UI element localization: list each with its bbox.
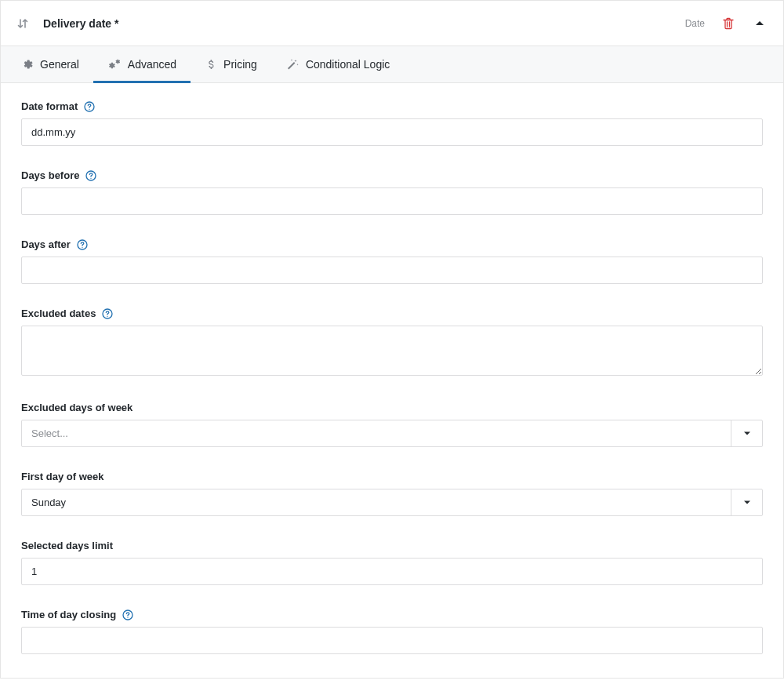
field-excluded-dates: Excluded dates <box>21 307 763 378</box>
field-label: Date format <box>21 100 78 112</box>
sort-arrows-icon[interactable] <box>16 17 29 30</box>
help-icon[interactable] <box>85 170 96 181</box>
tab-bar: General Advanced Pricing <box>1 45 783 83</box>
panel-content: Date format Days before Days after <box>1 83 783 678</box>
field-label: Excluded days of week <box>21 402 132 413</box>
tab-pricing[interactable]: Pricing <box>191 46 271 82</box>
tab-label: Conditional Logic <box>306 58 390 71</box>
field-first-day-of-week: First day of week Sunday <box>21 471 763 516</box>
field-title: Delivery date * <box>43 17 119 30</box>
selected-days-limit-input[interactable] <box>21 558 763 585</box>
chevron-down-icon <box>731 420 762 446</box>
field-time-of-day-closing: Time of day closing <box>21 609 763 654</box>
trash-icon <box>722 17 735 30</box>
tab-general[interactable]: General <box>7 46 93 82</box>
select-placeholder: Select... <box>22 420 731 446</box>
help-icon[interactable] <box>84 101 95 112</box>
tab-label: Pricing <box>223 58 257 71</box>
days-after-input[interactable] <box>21 257 763 284</box>
chevron-down-icon <box>731 489 762 515</box>
field-date-format: Date format <box>21 100 763 146</box>
wand-icon <box>285 58 299 71</box>
days-before-input[interactable] <box>21 187 763 215</box>
panel-header: Delivery date * Date <box>1 0 783 45</box>
tab-label: Advanced <box>128 58 176 71</box>
field-days-after: Days after <box>21 238 763 284</box>
help-icon[interactable] <box>122 609 133 620</box>
help-icon[interactable] <box>102 308 113 319</box>
gears-icon <box>107 58 122 71</box>
field-excluded-days-of-week: Excluded days of week Select... <box>21 402 763 447</box>
field-label: Time of day closing <box>21 609 116 620</box>
field-days-before: Days before <box>21 169 763 215</box>
gear-icon <box>21 58 34 71</box>
help-icon[interactable] <box>77 239 88 250</box>
field-settings-panel: Delivery date * Date Gen <box>0 0 784 679</box>
field-label: Days after <box>21 238 71 250</box>
tab-conditional-logic[interactable]: Conditional Logic <box>271 46 404 82</box>
field-label: Excluded dates <box>21 307 96 319</box>
first-day-select[interactable]: Sunday <box>21 489 763 516</box>
tab-label: General <box>40 58 79 71</box>
excluded-dates-input[interactable] <box>21 326 763 376</box>
field-label: First day of week <box>21 471 103 482</box>
field-label: Selected days limit <box>21 540 113 551</box>
field-selected-days-limit: Selected days limit <box>21 540 763 585</box>
dollar-icon <box>205 58 217 71</box>
time-of-day-closing-input[interactable] <box>21 627 763 654</box>
select-value: Sunday <box>22 489 731 515</box>
field-label: Days before <box>21 169 79 181</box>
collapse-button[interactable] <box>749 16 768 31</box>
tab-advanced[interactable]: Advanced <box>93 46 191 82</box>
excluded-days-select[interactable]: Select... <box>21 420 763 447</box>
delete-button[interactable] <box>719 14 738 33</box>
chevron-up-icon <box>755 20 764 27</box>
date-format-input[interactable] <box>21 118 763 146</box>
field-type-label: Date <box>685 18 705 29</box>
